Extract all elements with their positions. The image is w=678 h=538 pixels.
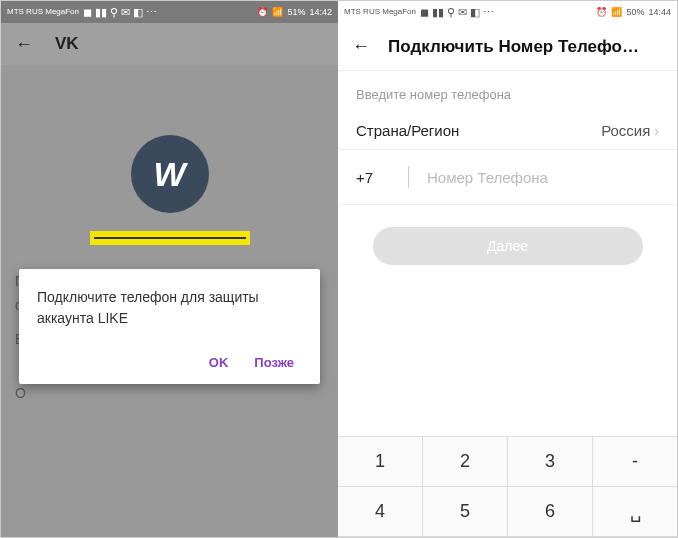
bg-text: О	[1, 381, 338, 405]
alarm-icon: ⏰	[257, 7, 268, 17]
key-1[interactable]: 1	[338, 437, 423, 487]
time-left: 14:42	[309, 7, 332, 17]
region-label: Страна/Регион	[356, 122, 459, 139]
left-screen: MTS RUS MegaFon ◼ ▮▮ ⚲ ✉ ◧ ⋯ ⏰ 📶 51% 14:…	[1, 1, 338, 537]
status-bar-left: MTS RUS MegaFon ◼ ▮▮ ⚲ ✉ ◧ ⋯ ⏰ 📶 51% 14:…	[1, 1, 338, 23]
carrier-label: MTS RUS MegaFon	[344, 8, 416, 16]
battery-left: 51%	[287, 7, 305, 17]
page-title: Подключить Номер Телефо…	[388, 37, 639, 57]
carrier-label: MTS RUS MegaFon	[7, 8, 79, 16]
status-bar-right: MTS RUS MegaFon ◼ ▮▮ ⚲ ✉ ◧ ⋯ ⏰ 📶 50% 14:…	[338, 1, 677, 23]
phone-row: +7	[338, 150, 677, 205]
right-header: ← Подключить Номер Телефо…	[338, 23, 677, 71]
alarm-icon: ⏰	[596, 7, 607, 17]
right-screen: MTS RUS MegaFon ◼ ▮▮ ⚲ ✉ ◧ ⋯ ⏰ 📶 50% 14:…	[338, 1, 677, 537]
status-icons-left: ◼ ▮▮ ⚲ ✉ ◧ ⋯	[83, 6, 157, 19]
later-button[interactable]: Позже	[254, 355, 294, 370]
chevron-right-icon: ›	[654, 123, 659, 139]
time-right: 14:44	[648, 7, 671, 17]
key-2[interactable]: 2	[423, 437, 508, 487]
hint-text: Введите номер телефона	[338, 71, 677, 112]
region-row[interactable]: Страна/Регион Россия ›	[338, 112, 677, 150]
key-space[interactable]: ␣	[593, 487, 677, 537]
left-header: ← VK	[1, 23, 338, 65]
signal-icon: 📶	[272, 7, 283, 17]
back-icon[interactable]: ←	[352, 36, 370, 57]
key-5[interactable]: 5	[423, 487, 508, 537]
redacted-name	[90, 231, 250, 245]
vk-letter: W	[153, 155, 185, 194]
region-value: Россия	[601, 122, 650, 139]
key-4[interactable]: 4	[338, 487, 423, 537]
numeric-keypad: 1 2 3 - 4 5 6 ␣	[338, 436, 677, 537]
page-title: VK	[55, 34, 79, 54]
back-icon[interactable]: ←	[15, 34, 33, 55]
ok-button[interactable]: OK	[209, 355, 229, 370]
vk-logo: W	[131, 135, 209, 213]
country-prefix: +7	[356, 169, 390, 186]
divider	[408, 166, 409, 188]
dialog-message: Подключите телефон для защиты аккаунта L…	[37, 287, 302, 329]
next-button[interactable]: Далее	[373, 227, 643, 265]
battery-right: 50%	[626, 7, 644, 17]
key-3[interactable]: 3	[508, 437, 593, 487]
signal-icon: 📶	[611, 7, 622, 17]
status-icons-right: ◼ ▮▮ ⚲ ✉ ◧ ⋯	[420, 6, 494, 19]
key-6[interactable]: 6	[508, 487, 593, 537]
phone-input[interactable]	[427, 169, 659, 186]
key-dash[interactable]: -	[593, 437, 677, 487]
connect-phone-dialog: Подключите телефон для защиты аккаунта L…	[19, 269, 320, 384]
